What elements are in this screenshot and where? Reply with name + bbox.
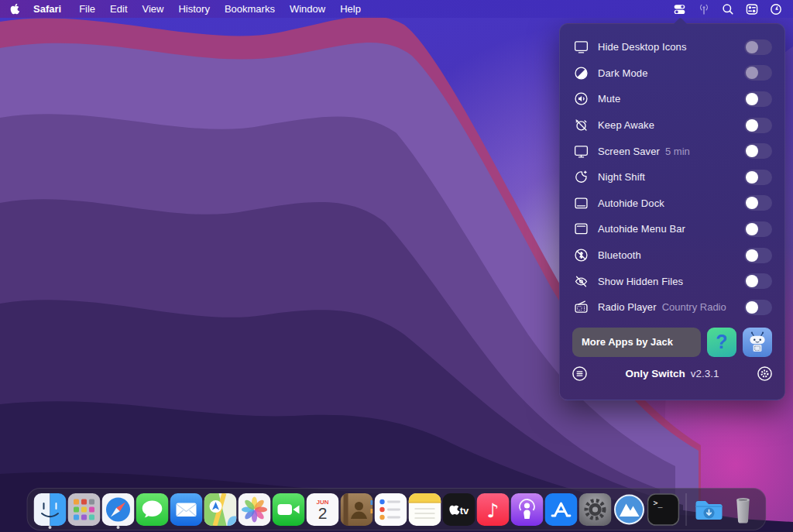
toggle-night-shift[interactable] (744, 170, 772, 185)
toggle-hide-desktop-icons[interactable] (744, 39, 772, 55)
menu-history[interactable]: History (178, 3, 209, 15)
dock-downloads[interactable] (693, 489, 726, 530)
toggle-bluetooth[interactable] (744, 248, 772, 263)
switch-label: Hide Desktop Icons (598, 41, 687, 53)
switch-label: Mute (598, 93, 620, 105)
dock-safari[interactable] (102, 489, 135, 530)
hidden-files-icon (572, 273, 589, 290)
switch-row-show-hidden-files: Show Hidden Files (572, 268, 772, 294)
dock-launchpad[interactable] (68, 489, 101, 530)
switch-row-hide-desktop-icons: Hide Desktop Icons (572, 34, 772, 60)
menu-view[interactable]: View (142, 3, 164, 15)
dock-contacts[interactable] (341, 489, 373, 530)
toggle-knob (746, 249, 758, 262)
settings-button[interactable] (757, 366, 773, 382)
mute-icon (572, 91, 589, 107)
dock-maps[interactable] (204, 489, 237, 530)
dock-tv[interactable]: tv (443, 489, 475, 530)
dock-system-preferences[interactable] (579, 489, 612, 530)
svg-text:♪: ♪ (487, 499, 499, 521)
status-icons (673, 2, 782, 15)
keep-awake-icon (572, 117, 589, 133)
toggle-knob (746, 41, 758, 53)
toggle-show-hidden-files[interactable] (744, 273, 772, 289)
switch-label: Keep Awake (598, 119, 654, 131)
question-app-icon[interactable]: ? (707, 328, 736, 357)
menu-window[interactable]: Window (290, 3, 325, 15)
toggle-dark-mode[interactable] (744, 65, 772, 81)
toggle-screen-saver[interactable] (744, 143, 772, 159)
clock-icon[interactable] (769, 2, 782, 15)
svg-text:tv: tv (460, 505, 469, 517)
dock-terminal[interactable]: >_ (647, 489, 680, 530)
dock-reminders[interactable] (375, 489, 407, 530)
switch-label: Radio Player (598, 301, 657, 313)
switch-row-mute: Mute (572, 86, 772, 112)
toggle-knob (746, 119, 758, 132)
panel-footer: Only Switchv2.3.1 (560, 357, 784, 382)
app-version: v2.3.1 (691, 368, 719, 379)
toggle-knob (746, 67, 758, 79)
toggle-knob (746, 197, 758, 209)
switch-value: Country Radio (662, 301, 726, 313)
switch-row-radio-player: Radio PlayerCountry Radio (572, 294, 772, 321)
menu-bookmarks[interactable]: Bookmarks (225, 3, 275, 15)
dock: JUN2tv♪>_ (27, 488, 767, 530)
switch-label: Bluetooth (598, 249, 641, 261)
active-app-name[interactable]: Safari (33, 3, 61, 15)
dock-photos[interactable] (239, 489, 271, 530)
toggle-knob (746, 171, 758, 184)
toggle-mute[interactable] (744, 91, 772, 107)
toggle-knob (746, 223, 758, 235)
switch-list: Hide Desktop IconsDark ModeMuteKeep Awak… (560, 24, 784, 321)
panel-title: Only Switchv2.3.1 (588, 368, 757, 379)
robot-app-icon[interactable] (743, 328, 772, 357)
spotlight-icon[interactable] (721, 2, 734, 15)
toggle-autohide-dock[interactable] (744, 195, 772, 211)
only-switch-menubar-icon[interactable] (673, 2, 686, 15)
switch-row-keep-awake: Keep Awake (572, 112, 772, 139)
menu-button[interactable] (572, 366, 588, 382)
dock-music[interactable]: ♪ (477, 489, 510, 530)
switch-row-night-shift: Night Shift (572, 164, 772, 190)
antenna-icon[interactable] (697, 2, 710, 15)
autohide-menubar-icon (572, 221, 589, 237)
dock-notes[interactable] (409, 489, 441, 530)
app-title: Only Switch (625, 368, 685, 379)
dock-calendar[interactable]: JUN2 (307, 489, 339, 530)
apple-menu[interactable] (9, 3, 21, 15)
switch-row-autohide-dock: Autohide Dock (572, 190, 772, 217)
bluetooth-icon (572, 247, 589, 263)
dock-finder[interactable] (34, 489, 67, 530)
running-indicator (117, 526, 120, 529)
dock-divider (686, 493, 687, 526)
toggle-keep-awake[interactable] (744, 118, 772, 133)
switch-label: Autohide Menu Bar (598, 223, 685, 235)
menu-help[interactable]: Help (340, 3, 361, 15)
toggle-autohide-menu-bar[interactable] (744, 221, 772, 237)
more-apps-button[interactable]: More Apps by Jack (572, 328, 701, 357)
display-icon (572, 39, 589, 55)
night-shift-icon (572, 169, 589, 185)
more-apps-section: More Apps by Jack ? (560, 321, 784, 357)
menu-edit[interactable]: Edit (110, 3, 127, 15)
dock-facetime[interactable] (273, 489, 305, 530)
menu-items: FileEditViewHistoryBookmarksWindowHelp (64, 3, 361, 15)
toggle-knob (746, 145, 758, 157)
robot-icon (746, 331, 769, 354)
switch-label: Night Shift (598, 171, 645, 183)
switch-label: Show Hidden Files (598, 276, 683, 287)
dock-mail[interactable] (170, 489, 203, 530)
dock-mountain-app[interactable] (613, 489, 646, 530)
menu-file[interactable]: File (79, 3, 95, 15)
dock-podcasts[interactable] (511, 489, 544, 530)
dock-messages[interactable] (136, 489, 169, 530)
dock-app-store[interactable] (545, 489, 578, 530)
toggle-radio-player[interactable] (744, 300, 772, 315)
svg-text:2: 2 (318, 504, 328, 522)
svg-text:>_: >_ (654, 499, 664, 508)
dock-trash[interactable] (727, 489, 760, 530)
control-center-icon[interactable] (745, 2, 758, 15)
running-indicator (49, 526, 52, 529)
menu-bar: Safari FileEditViewHistoryBookmarksWindo… (0, 0, 793, 18)
